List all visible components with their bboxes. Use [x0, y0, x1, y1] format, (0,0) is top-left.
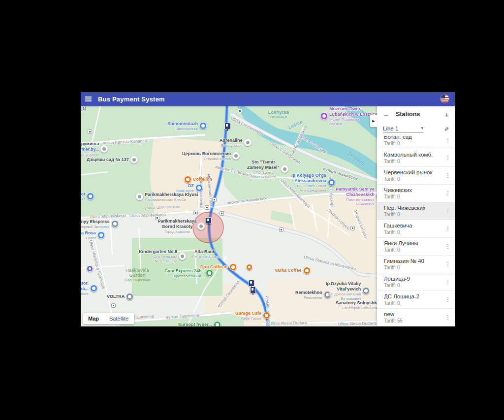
kebab-menu-icon[interactable]: ⋮	[443, 296, 453, 303]
business-pin-icon[interactable]	[362, 287, 370, 294]
poi-kolyago: Ip Kolyago Ol'gaAleksandrovnaИП Коляго О…	[291, 173, 335, 193]
transit-stop-icon	[111, 303, 116, 308]
shop-pin-icon[interactable]	[126, 293, 133, 300]
kebab-menu-icon[interactable]: ⋮	[443, 190, 453, 196]
station-row[interactable]: Янки ЛучиныTariff: 0 ⋮	[377, 238, 455, 256]
station-row[interactable]: ЧижевскихTariff: 0 ⋮	[377, 185, 455, 202]
edit-line-button[interactable]: ✎	[444, 126, 449, 133]
poi-museum: Muzeum 'Dwor'Lubańskich w ŁoszycyМузей '…	[320, 106, 378, 126]
area-label-loshytsa-be: Лошыца	[270, 115, 287, 119]
bus-stop-marker[interactable]	[224, 123, 230, 129]
kebab-menu-icon[interactable]: ⋮	[443, 155, 453, 161]
poi-oz-bookstore: OZBook store	[176, 183, 203, 193]
gym-pin-icon[interactable]	[206, 269, 213, 277]
bus-stop-marker-selected[interactable]	[206, 217, 212, 224]
poi-unnamed	[87, 265, 93, 272]
supermarket-pin-icon[interactable]	[214, 321, 221, 326]
poi-adrenaline: AdrenalineBeauty salon	[220, 138, 252, 148]
hairdresser-pin-icon[interactable]	[136, 193, 143, 200]
florist-pin-icon[interactable]	[97, 231, 105, 239]
us-flag-language-icon[interactable]	[441, 95, 449, 103]
poi-gym-express: Gym Express 24h -Круглосуточный...	[164, 268, 213, 278]
transit-stop-icon	[238, 109, 242, 113]
transit-stop-icon	[220, 211, 224, 216]
coffee-pin-icon[interactable]	[184, 176, 191, 183]
station-row[interactable]: Камвольный комб.Tariff: 0 ⋮	[377, 149, 455, 167]
map-type-satellite-button[interactable]: Satellite	[104, 316, 134, 322]
transit-stop-icon	[193, 211, 198, 215]
restaurant-pin-icon[interactable]	[246, 264, 252, 270]
park-label-garden-3: Сад Гацкевіча	[125, 278, 150, 282]
stations-list: Ботан. садTariff: 0 ⋮ Камвольный комб.Ta…	[377, 136, 455, 326]
pet-groomer-pin-icon[interactable]	[100, 145, 108, 153]
poi-dzyuba: Ip Dzyuba VitaliyVital'yevichИП Дзюба Ви…	[326, 281, 370, 301]
bus-stop-marker[interactable]	[250, 287, 256, 293]
map-type-map-button[interactable]: Map	[83, 316, 104, 322]
poi-kindergarten-137: Дзіцячы сад № 137	[87, 156, 138, 163]
beauty-salon-pin-icon[interactable]	[244, 139, 252, 146]
poi-opt-market: т marketопт market	[81, 192, 94, 201]
poi-church: Церковь БогоявленияOrthodox church	[182, 151, 240, 161]
stations-panel-header: ← Stations +	[377, 106, 455, 123]
shop-pin-icon[interactable]	[199, 122, 207, 129]
transit-stop-icon	[88, 129, 92, 134]
market-pin-icon[interactable]	[87, 193, 94, 200]
poi-alfa-bank: Alfa-BankУРМ Альфа-Банк	[187, 249, 222, 259]
station-row-selected[interactable]: Пер. ЧижевскихTariff: 0 ⋮	[377, 202, 455, 220]
museum-pin-icon[interactable]	[320, 112, 328, 120]
hairdresser-pin-icon[interactable]	[197, 223, 205, 230]
panel-title: Stations	[396, 111, 444, 118]
business-pin-icon[interactable]	[328, 179, 335, 186]
app-window: Loshytsa Лошыца Lošica Svislach Haśkievi…	[81, 92, 455, 326]
kindergarten-pin-icon[interactable]	[130, 156, 138, 163]
panel-collapse-tab[interactable]: ▶	[370, 115, 377, 127]
church-pin-icon[interactable]	[232, 152, 240, 160]
station-row[interactable]: Гимназия № 40Tariff: 0 ⋮	[377, 256, 455, 273]
station-row[interactable]: Червенский рынокTariff: 0 ⋮	[377, 167, 455, 185]
kebab-menu-icon[interactable]: ⋮	[443, 314, 453, 321]
poi-euroopt: Euroopt hyper...	[178, 321, 221, 326]
kebab-menu-icon[interactable]: ⋮	[443, 243, 453, 250]
screenshot-root: { "header": {"title": "Bus Payment Syste…	[0, 0, 504, 420]
coffee-pin-icon[interactable]	[229, 263, 237, 271]
line-selector-row: Line 1 ▾ ✎	[377, 123, 455, 136]
poi-coffelion: Coffelion	[184, 176, 212, 183]
poi-kindergarten-8: Kindergarten No.8ДУА Ясли-сад№ 8 г. Мінс…	[139, 249, 186, 263]
station-row[interactable]: newTariff: 55 ⋮	[377, 309, 455, 326]
stations-panel: ← Stations + Line 1 ▾ ✎ Ботан. садTariff…	[377, 106, 455, 326]
poi-shinomontazh: ShinomontazhШиномонтаж	[167, 121, 207, 131]
app-header: Bus Payment System	[81, 92, 455, 106]
station-row[interactable]: ДС Лошица-2Tariff: 0 ⋮	[377, 291, 455, 309]
area-label-loshytsa: Loshytsa	[268, 109, 289, 115]
station-row[interactable]: ГашкевичаTariff: 0 ⋮	[377, 220, 455, 238]
book-store-pin-icon[interactable]	[195, 184, 203, 192]
poi-severnyy-ekspress: Severnyy EkspressСеверный Экспресс	[81, 219, 119, 229]
battery-store-pin-icon[interactable]	[90, 285, 97, 292]
kebab-menu-icon[interactable]: ⋮	[443, 279, 453, 285]
kebab-menu-icon[interactable]: ⋮	[443, 261, 453, 267]
back-arrow-icon[interactable]: ←	[383, 110, 390, 118]
add-station-button[interactable]: +	[444, 110, 449, 119]
cafe-pin-icon[interactable]	[263, 312, 270, 319]
poi-restaurant	[246, 264, 252, 270]
station-row[interactable]: Лошица-9Tariff: 0 ⋮	[377, 273, 455, 291]
car-service-pin-icon[interactable]	[281, 165, 288, 173]
poi-pamyatnik: Pamyatnik Sem'yeChizhevskikhПамятник сем…	[336, 187, 383, 206]
bus-stop-marker[interactable]	[249, 280, 254, 287]
kebab-menu-icon[interactable]: ⋮	[443, 226, 453, 232]
place-pin-icon[interactable]	[87, 265, 93, 272]
chevron-down-icon: ▾	[421, 126, 423, 131]
kebab-menu-icon[interactable]: ⋮	[443, 208, 453, 214]
poi-gorod-krasoty: ParikmakherskayaGorod KrasotyГород Красо…	[158, 219, 205, 234]
kebab-menu-icon[interactable]: ⋮	[443, 137, 453, 143]
app-title: Bus Payment System	[98, 96, 165, 103]
poi-sto-tsentr: Sto "TsentrZameny Masel"СТО "Центрзамены…	[247, 160, 288, 179]
line-select[interactable]: Line 1 ▾	[383, 126, 423, 133]
coffee-pin-icon[interactable]	[303, 267, 311, 274]
shop-pin-icon[interactable]	[111, 220, 119, 227]
station-row[interactable]: Ботан. садTariff: 0 ⋮	[377, 136, 455, 149]
school-pin-icon[interactable]	[179, 253, 186, 260]
kebab-menu-icon[interactable]: ⋮	[443, 172, 453, 179]
park-label-garden-2: Garden	[129, 272, 146, 278]
hamburger-menu-icon[interactable]	[85, 98, 92, 99]
